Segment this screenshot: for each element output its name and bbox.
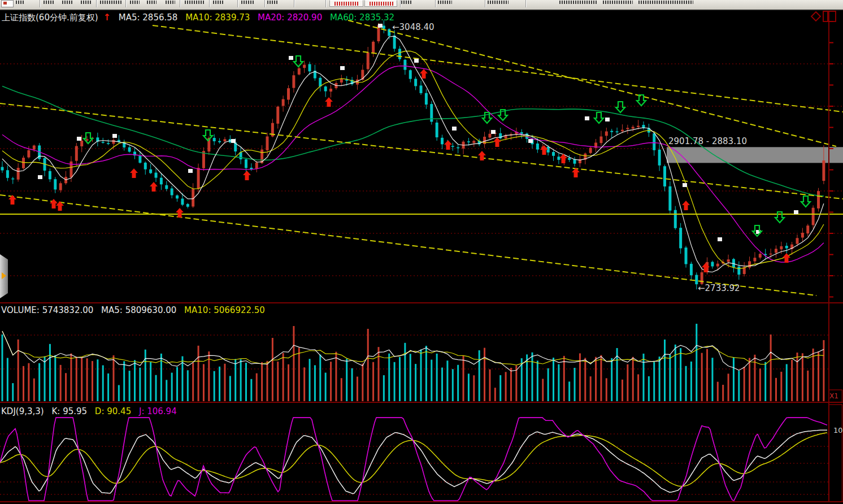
app-icon[interactable] [1,0,14,7]
buy-signal-arrow-icon [572,168,580,177]
ma60-value: MA60: 2835.32 [330,12,394,23]
buy-signal-arrow-icon [130,168,138,178]
toolbar-menu-item[interactable] [16,1,25,4]
sell-signal-arrow-icon [616,102,625,112]
instrument-title: 上证指数(60分钟.前复权) [2,12,98,23]
kdj-d-value: D: 90.45 [95,406,131,416]
kdj-name: KDJ(9,3,3) [1,406,44,416]
toolbar-button[interactable] [329,0,363,7]
toolbar-menu-item[interactable] [488,1,509,4]
volume-ma5-value: MA5: 5809630.00 [101,305,176,315]
toolbar-menu-item[interactable] [401,1,412,4]
buy-signal-arrow-icon [682,201,690,210]
buy-signal-arrow-icon [478,151,486,160]
toolbar-menu-item[interactable] [267,1,279,4]
sell-signal-arrow-icon [775,212,784,223]
price-band-label: 2901.78 - 2883.10 [668,136,747,146]
toolbar-status-text [559,1,597,4]
pane-control-icons [811,11,836,21]
toolbar-menu-item[interactable] [185,1,205,4]
volume-scale-label: X1 [829,392,838,400]
kdj-k-value: K: 95.95 [51,406,87,416]
ma10-value: MA10: 2839.73 [185,12,250,23]
toolbar-button-label [370,2,393,6]
toolbar-separator [400,0,401,7]
toolbar-status-text [638,1,693,4]
toolbar-menu-item[interactable] [147,1,157,4]
kdj-scale-label: 100 [833,426,842,435]
expand-arrow-icon [2,272,6,279]
top-toolbar[interactable] [0,0,843,11]
buy-signal-arrow-icon [176,208,184,218]
sell-signal-arrow-icon [294,56,303,67]
buy-signal-arrow-icon [243,171,251,180]
volume-ma-lines [2,331,824,371]
toolbar-separator [435,0,436,7]
toolbar-menu-item[interactable] [44,1,55,4]
toolbar-menu-item[interactable] [241,1,254,4]
toolbar-separator [485,0,486,7]
ma20-value: MA20: 2820.90 [258,12,322,23]
sell-signal-arrow-icon [84,133,93,144]
volume-header: VOLUME: 5743832.00 MA5: 5809630.00 MA10:… [1,305,270,315]
volume-value: VOLUME: 5743832.00 [1,305,93,315]
buy-signal-arrow-icon [493,137,501,147]
toolbar-menu-item[interactable] [130,1,140,4]
toolbar-separator [294,0,295,7]
diamond-icon[interactable] [811,12,820,21]
toolbar-button[interactable] [364,0,397,7]
toolbar-button-label [334,2,359,6]
toolbar-separator [264,0,266,7]
toolbar-separator [325,0,327,7]
buy-signal-arrow-icon [444,140,452,150]
buy-signal-arrow-icon [559,154,567,163]
toolbar-separator [237,0,238,7]
buy-signal-arrow-icon [150,182,158,192]
toolbar-menu-item[interactable] [62,1,73,4]
main-chart-header: 上证指数(60分钟.前复权)↑ MA5: 2856.58 MA10: 2839.… [2,12,399,23]
toolbar-separator [525,0,527,7]
toolbar-separator [96,0,97,7]
buy-signal-arrow-icon [325,97,333,107]
toolbar-separator [40,0,41,7]
trading-app-window: 上证指数(60分钟.前复权)↑ MA5: 2856.58 MA10: 2839.… [0,0,843,504]
peak-price-annotation: ←3048.40 [392,22,434,32]
kdj-j-value: J: 106.94 [139,406,177,416]
toolbar-menu-item[interactable] [213,1,224,4]
volume-bars [2,324,825,401]
kdj-lines [0,418,827,501]
price-band [667,147,843,163]
low-price-annotation: ←2733.92 [698,283,740,293]
buy-signal-arrow-icon [50,199,58,208]
toolbar-separator [180,0,181,7]
sell-signal-arrow-icon [801,196,810,207]
up-arrow-icon: ↑ [103,12,111,23]
chart-canvas[interactable] [0,0,843,504]
volume-ma10-value: MA10: 5066922.50 [184,305,265,315]
toolbar-menu-item[interactable] [81,1,92,4]
toolbar-separator [125,0,127,7]
kdj-header: KDJ(9,3,3) K: 95.95 D: 90.45 J: 106.94 [1,406,182,416]
toolbar-menu-item[interactable] [166,1,175,4]
sell-signal-arrow-icon [594,112,603,123]
toolbar-menu-item[interactable] [438,1,452,4]
toolbar-status-text [603,1,633,4]
toolbar-menu-item[interactable] [100,1,123,4]
toolbar-separator [209,0,210,7]
ma5-value: MA5: 2856.58 [119,12,178,23]
sidebar-expand-handle[interactable] [0,254,8,298]
